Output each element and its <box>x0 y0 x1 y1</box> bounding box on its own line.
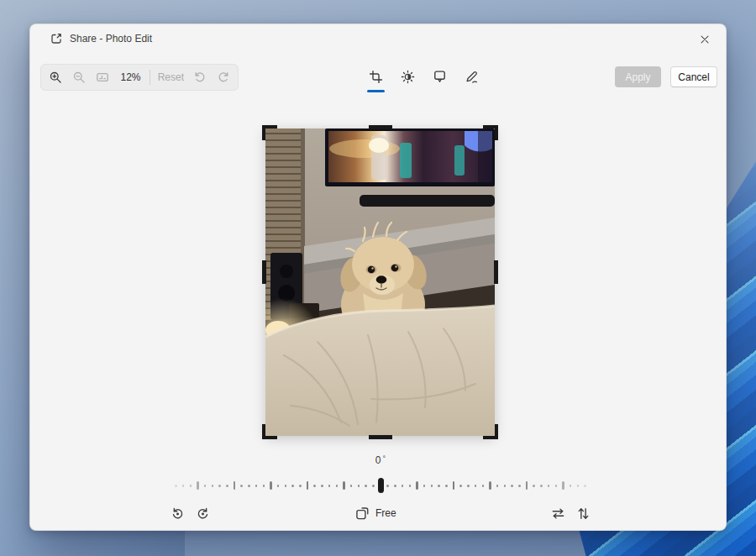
rotation-tick <box>212 485 214 487</box>
rotation-tick <box>438 485 440 487</box>
rotation-tick <box>555 485 558 487</box>
edit-tools-bar <box>363 64 485 89</box>
undo-icon <box>193 71 207 84</box>
rotation-tick <box>204 485 207 487</box>
fit-to-window-button[interactable] <box>91 66 114 88</box>
flip-horizontal-button[interactable] <box>546 501 570 525</box>
share-icon <box>50 32 63 45</box>
rotation-tick <box>394 485 396 487</box>
rotation-tick <box>358 485 360 487</box>
flip-vertical-button[interactable] <box>571 501 595 525</box>
close-icon <box>699 34 711 45</box>
rotation-tick <box>548 485 550 487</box>
rotation-tick <box>475 485 477 487</box>
rotation-tick <box>328 485 331 487</box>
zoom-in-button[interactable] <box>44 66 67 88</box>
rotation-tick <box>270 481 272 490</box>
rotate-left-button[interactable] <box>165 501 189 525</box>
rotation-tick <box>453 481 455 490</box>
zoom-out-button[interactable] <box>67 66 91 88</box>
rotation-tick <box>416 481 418 490</box>
rotation-tick <box>336 485 339 487</box>
rotation-tick <box>489 481 491 490</box>
zoom-in-icon <box>49 71 62 84</box>
rotation-tick <box>577 485 580 487</box>
rotation-tick <box>467 485 470 487</box>
redo-button[interactable] <box>212 66 235 88</box>
zoom-level: 12% <box>114 71 148 83</box>
rotation-tick <box>218 485 221 487</box>
toolbar-divider <box>150 70 150 85</box>
title-bar: Share - Photo Edit <box>30 24 726 53</box>
rotation-tick <box>584 485 586 487</box>
crop-handle-bottom-right[interactable] <box>483 424 498 439</box>
redo-icon <box>217 71 230 84</box>
rotation-tick <box>197 481 199 490</box>
rotation-tick <box>240 485 243 487</box>
close-button[interactable] <box>692 29 717 50</box>
aspect-ratio-icon <box>355 506 370 521</box>
rotation-tick <box>402 485 404 487</box>
rotation-tick <box>321 485 323 487</box>
rotation-ticks[interactable] <box>169 477 592 494</box>
rotation-slider-thumb[interactable] <box>378 478 384 493</box>
rotation-tick <box>496 485 499 487</box>
cancel-button[interactable]: Cancel <box>670 66 717 87</box>
rotation-tick <box>445 485 448 487</box>
rotation-tick <box>423 485 426 487</box>
crop-handle-top-right[interactable] <box>483 125 498 140</box>
crop-tool-button[interactable] <box>363 64 389 89</box>
apply-button[interactable]: Apply <box>615 66 661 87</box>
aspect-ratio-button[interactable]: Free <box>350 501 402 525</box>
adjust-tool-button[interactable] <box>395 64 421 89</box>
crop-handle-top[interactable] <box>369 125 392 129</box>
rotation-tick <box>365 485 367 487</box>
rotation-tick <box>409 485 412 487</box>
rotation-tick <box>350 485 353 487</box>
crop-handle-top-left[interactable] <box>262 125 277 140</box>
markup-icon <box>465 70 479 84</box>
rotate-right-icon <box>196 506 210 521</box>
crop-handle-bottom[interactable] <box>369 435 392 439</box>
filter-tool-button[interactable] <box>427 64 453 89</box>
rotation-tick <box>526 481 528 490</box>
rotation-tick <box>285 485 287 487</box>
rotate-right-button[interactable] <box>191 501 214 525</box>
rotation-tick <box>533 485 535 487</box>
rotation-tick <box>313 485 316 487</box>
photo-image <box>265 129 495 436</box>
crop-handle-right[interactable] <box>494 260 498 284</box>
rotation-tick <box>299 485 302 487</box>
rotation-tick <box>562 481 564 490</box>
markup-tool-button[interactable] <box>459 64 485 89</box>
aspect-ratio-label: Free <box>375 507 396 519</box>
flip-vertical-icon <box>576 506 591 521</box>
rotation-tick <box>175 485 177 487</box>
zoom-toolbar: 12% Reset <box>40 64 239 91</box>
crop-handle-bottom-left[interactable] <box>262 424 277 439</box>
desktop-wallpaper: Share - Photo Edit <box>0 0 756 556</box>
rotation-tick <box>372 485 375 487</box>
rotation-tick <box>459 485 462 487</box>
reset-button[interactable]: Reset <box>153 71 188 83</box>
rotation-tick <box>482 485 485 487</box>
zoom-out-icon <box>72 71 86 84</box>
flip-horizontal-icon <box>551 506 565 521</box>
rotation-tick <box>570 485 572 487</box>
rotation-tick <box>190 485 192 487</box>
rotate-left-icon <box>171 506 185 521</box>
crop-handle-left[interactable] <box>262 260 266 284</box>
rotation-value: 0° <box>355 454 406 466</box>
rotation-tick <box>307 481 309 490</box>
rotation-tick <box>343 481 345 490</box>
adjust-icon <box>401 70 415 84</box>
rotation-tick <box>277 485 280 487</box>
undo-button[interactable] <box>188 66 212 88</box>
rotation-tick <box>518 485 521 487</box>
crop-icon <box>369 70 383 84</box>
filter-icon <box>433 70 447 84</box>
share-photo-edit-window: Share - Photo Edit <box>29 24 727 531</box>
rotation-tick <box>386 485 389 487</box>
rotation-tick <box>234 481 236 490</box>
rotation-tick <box>431 485 433 487</box>
